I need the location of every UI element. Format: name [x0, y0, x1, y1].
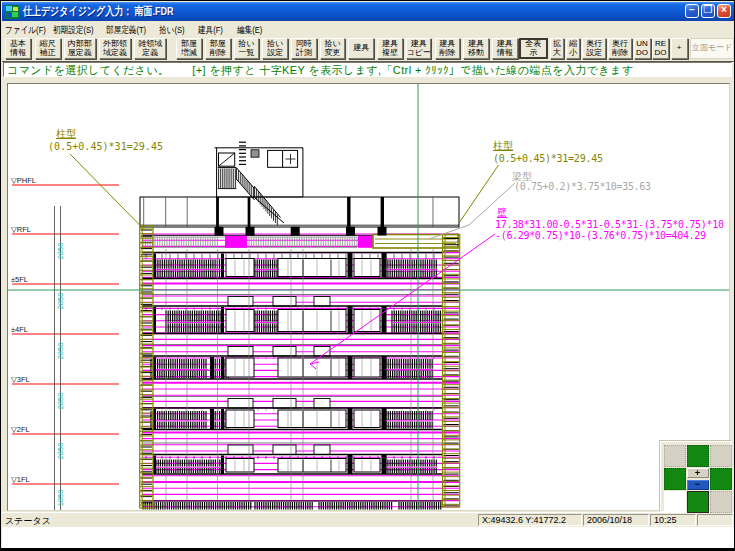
toolbar-button-14[interactable]: 建具 削除 — [435, 38, 461, 59]
drawing-primitive — [236, 168, 254, 189]
drawing-primitive — [221, 409, 224, 430]
drawing-primitive — [225, 236, 247, 248]
toolbar-button-6[interactable]: 部屋 削除 — [205, 38, 231, 59]
annotation-wall-title: 壁 — [497, 207, 507, 218]
toolbar-button-11[interactable]: 建具 — [348, 38, 374, 59]
level-label-6: ▽1FL — [11, 475, 30, 484]
toolbar-button-13[interactable]: 建具 コピー — [406, 38, 432, 59]
drawing-primitive — [221, 357, 224, 379]
toolbar-button-23[interactable]: RE DO — [652, 38, 669, 59]
toolbar-button-15[interactable]: 建具 移動 — [463, 38, 489, 59]
status-time: 10:25 — [650, 514, 696, 526]
minimize-button[interactable]: − — [685, 4, 699, 18]
drawing-primitive — [314, 297, 330, 307]
drawing-primitive — [246, 227, 255, 236]
application-window: 仕上デジタイジング入力： 南面.FDR − ❐ × ファイル(F)初期設定(S)… — [0, 0, 735, 551]
toolbar-button-1[interactable]: 縮尺 補正 — [35, 38, 61, 59]
restore-button[interactable]: ❐ — [701, 4, 715, 18]
toolbar-button-0[interactable]: 基本 情報 — [5, 38, 31, 59]
toolbar-button-19[interactable]: 縮 小 — [566, 38, 581, 59]
toolbar-button-16[interactable]: 建具 情報 — [492, 38, 518, 59]
annotation-column-left-leader — [70, 154, 145, 230]
toolbar-button-2[interactable]: 内部部 屋定義 — [64, 38, 96, 59]
drawing-primitive — [314, 399, 330, 409]
drawing-primitive — [221, 307, 224, 334]
drawing-primitive — [354, 358, 380, 377]
title-bar[interactable]: 仕上デジタイジング入力： 南面.FDR − ❐ × — [2, 2, 734, 21]
menu-item-4[interactable]: 建具(F) — [198, 24, 223, 37]
drawing-primitive — [382, 253, 387, 279]
menu-item-1[interactable]: 初期設定(S) — [53, 24, 94, 37]
toolbar-button-10[interactable]: 拾い 変更 — [320, 38, 346, 59]
drawing-primitive — [273, 347, 296, 357]
toolbar-button-21[interactable]: 奥行 削除 — [608, 38, 632, 59]
drawing-primitive — [226, 410, 254, 428]
menu-item-3[interactable]: 拾い(S) — [159, 24, 185, 37]
toolbar-button-7[interactable]: 拾い 一覧 — [234, 38, 260, 59]
nav-zoom-out-button[interactable]: − — [687, 480, 709, 491]
drawing-primitive — [251, 150, 259, 157]
nav-pan-0-1[interactable] — [687, 445, 709, 467]
drawing-primitive — [354, 259, 380, 277]
toolbar-button-5[interactable]: 部屋 増減 — [176, 38, 202, 59]
drawing-canvas[interactable]: ▽PHFL▽RFL±5FL±4FL▽3FL▽2FL▽1FL28502850285… — [7, 83, 730, 511]
floor-dim-0: 2850 — [56, 243, 65, 260]
drawing-primitive — [354, 310, 380, 332]
status-date: 2006/10/18 — [583, 514, 649, 526]
floor-dim-4: 2850 — [56, 443, 65, 460]
drawing-primitive — [314, 445, 330, 455]
window-title: 仕上デジタイジング入力： 南面.FDR — [23, 4, 173, 19]
nav-pan-2-1[interactable] — [687, 491, 709, 513]
drawing-primitive — [221, 254, 224, 279]
level-label-3: ±4FL — [11, 325, 28, 334]
nav-zoom-in-button[interactable]: + — [687, 468, 709, 479]
drawing-primitive — [382, 408, 387, 430]
drawing-primitive — [348, 455, 353, 475]
floor-dim-5: 1850 — [56, 490, 65, 507]
annotation-column-right-formula: (0.5+0.45)*31=29.45 — [493, 153, 603, 164]
floor-dim-3: 2850 — [56, 393, 65, 410]
menu-item-2[interactable]: 部屋定義(T) — [106, 24, 146, 37]
nav-pan-2-0[interactable] — [664, 491, 686, 513]
toolbar-button-9[interactable]: 同時 計測 — [291, 38, 317, 59]
drawing-primitive — [358, 236, 373, 248]
toolbar-button-24[interactable]: + — [671, 38, 688, 59]
toolbar-button-12[interactable]: 建具 複壁 — [377, 38, 403, 59]
toolbar-button-22[interactable]: UN DO — [634, 38, 651, 59]
nav-pan-2-2[interactable] — [710, 491, 732, 513]
elevation-drawing: ▽PHFL▽RFL±5FL±4FL▽3FL▽2FL▽1FL28502850285… — [7, 83, 730, 511]
menu-item-5[interactable]: 編集(E) — [237, 24, 262, 37]
drawing-primitive — [378, 227, 387, 236]
nav-pan-0-2[interactable] — [710, 445, 732, 467]
drawing-primitive — [348, 356, 353, 379]
navigation-widget: +− — [660, 441, 732, 512]
drawing-primitive — [226, 310, 254, 332]
annotation-beam-formula: (0.75+0.2)*3.75*10=35.63 — [514, 181, 651, 192]
toolbar-button-25[interactable]: 立面モード — [690, 38, 734, 59]
drawing-primitive — [221, 456, 224, 475]
nav-pan-0-0[interactable] — [664, 445, 686, 467]
message-bar: コマンドを選択してください。 [+] を押すと 十字KEY を表示します,「Ct… — [3, 62, 732, 77]
toolbar-button-3[interactable]: 外部領 域定義 — [99, 38, 131, 59]
toolbar-button-20[interactable]: 奥行 設定 — [582, 38, 606, 59]
menu-item-0[interactable]: ファイル(F) — [5, 24, 46, 37]
level-label-0: ▽PHFL — [11, 176, 36, 185]
toolbar-button-8[interactable]: 拾い 設定 — [262, 38, 288, 59]
drawing-primitive — [140, 197, 459, 227]
nav-pan-1-0[interactable] — [664, 468, 686, 490]
drawing-primitive — [210, 357, 214, 379]
annotation-wall-formula1: 17.38*31.00-0.5*31-0.5*31-(3.75*0.75)*10 — [495, 219, 724, 230]
drawing-primitive — [382, 306, 387, 334]
drawing-primitive — [382, 455, 387, 475]
close-button[interactable]: × — [717, 4, 731, 18]
nav-pan-1-2[interactable] — [710, 468, 732, 490]
toolbar-button-18[interactable]: 拡 大 — [550, 38, 565, 59]
message-text: コマンドを選択してください。 [+] を押すと 十字KEY を表示します,「Ct… — [4, 64, 633, 76]
drawing-primitive — [291, 227, 300, 236]
toolbar-button-17[interactable]: 全表 示 — [519, 38, 548, 59]
drawing-primitive — [273, 297, 296, 307]
toolbar-button-4[interactable]: 雑領域 定義 — [134, 38, 166, 59]
menu-bar: ファイル(F)初期設定(S)部屋定義(T)拾い(S)建具(F)編集(E) — [2, 21, 734, 37]
floor-dim-1: 2850 — [56, 293, 65, 310]
drawing-primitive — [382, 356, 387, 379]
